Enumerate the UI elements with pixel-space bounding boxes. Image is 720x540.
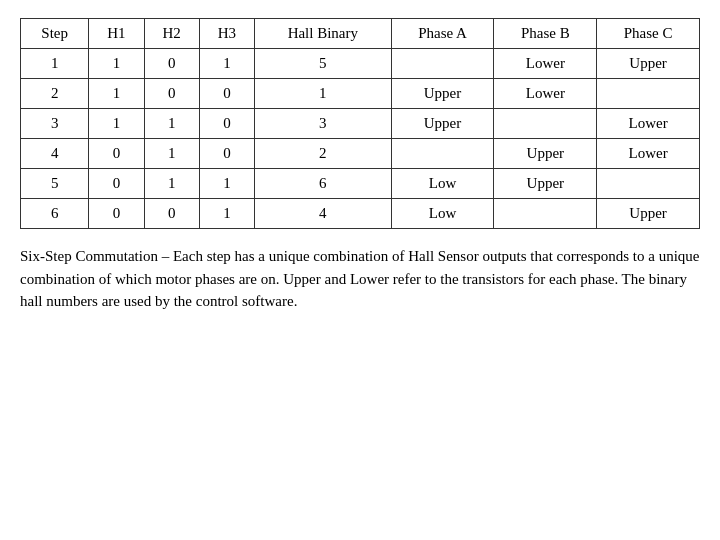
cell-phase_a: Upper — [391, 79, 494, 109]
col-header-h3: H3 — [199, 19, 254, 49]
col-header-hall-binary: Hall Binary — [255, 19, 392, 49]
commutation-table: Step H1 H2 H3 Hall Binary Phase A Phase … — [20, 18, 700, 229]
cell-h3: 0 — [199, 109, 254, 139]
cell-h2: 0 — [144, 79, 199, 109]
cell-h2: 0 — [144, 199, 199, 229]
cell-h2: 1 — [144, 139, 199, 169]
col-header-h1: H1 — [89, 19, 144, 49]
table-row: 11015LowerUpper — [21, 49, 700, 79]
cell-phase_b: Upper — [494, 139, 597, 169]
cell-phase_a: Upper — [391, 109, 494, 139]
cell-h3: 1 — [199, 169, 254, 199]
cell-phase_a — [391, 49, 494, 79]
col-header-phase-b: Phase B — [494, 19, 597, 49]
table-row: 60014LowUpper — [21, 199, 700, 229]
cell-step: 3 — [21, 109, 89, 139]
cell-phase_c — [597, 79, 700, 109]
cell-phase_b — [494, 109, 597, 139]
cell-hall_binary: 2 — [255, 139, 392, 169]
cell-hall_binary: 4 — [255, 199, 392, 229]
cell-phase_b: Lower — [494, 79, 597, 109]
cell-h2: 1 — [144, 109, 199, 139]
cell-phase_c — [597, 169, 700, 199]
cell-phase_c: Upper — [597, 49, 700, 79]
cell-hall_binary: 3 — [255, 109, 392, 139]
cell-phase_b: Upper — [494, 169, 597, 199]
cell-h1: 1 — [89, 49, 144, 79]
cell-h1: 1 — [89, 109, 144, 139]
cell-hall_binary: 6 — [255, 169, 392, 199]
cell-h3: 0 — [199, 79, 254, 109]
cell-h1: 0 — [89, 139, 144, 169]
commutation-table-wrapper: Step H1 H2 H3 Hall Binary Phase A Phase … — [20, 18, 700, 229]
cell-phase_b — [494, 199, 597, 229]
table-row: 40102UpperLower — [21, 139, 700, 169]
table-row: 31103UpperLower — [21, 109, 700, 139]
cell-h3: 1 — [199, 199, 254, 229]
cell-h3: 1 — [199, 49, 254, 79]
cell-h1: 0 — [89, 199, 144, 229]
cell-phase_c: Upper — [597, 199, 700, 229]
cell-phase_a: Low — [391, 169, 494, 199]
cell-step: 1 — [21, 49, 89, 79]
col-header-phase-a: Phase A — [391, 19, 494, 49]
cell-h3: 0 — [199, 139, 254, 169]
cell-step: 5 — [21, 169, 89, 199]
cell-phase_a — [391, 139, 494, 169]
cell-phase_a: Low — [391, 199, 494, 229]
cell-step: 2 — [21, 79, 89, 109]
cell-h2: 0 — [144, 49, 199, 79]
cell-h2: 1 — [144, 169, 199, 199]
cell-phase_c: Lower — [597, 139, 700, 169]
cell-step: 4 — [21, 139, 89, 169]
cell-step: 6 — [21, 199, 89, 229]
col-header-h2: H2 — [144, 19, 199, 49]
cell-phase_c: Lower — [597, 109, 700, 139]
table-row: 50116LowUpper — [21, 169, 700, 199]
table-row: 21001UpperLower — [21, 79, 700, 109]
cell-phase_b: Lower — [494, 49, 597, 79]
col-header-step: Step — [21, 19, 89, 49]
cell-h1: 1 — [89, 79, 144, 109]
caption-text: Six-Step Commutation – Each step has a u… — [20, 245, 700, 313]
cell-h1: 0 — [89, 169, 144, 199]
cell-hall_binary: 5 — [255, 49, 392, 79]
col-header-phase-c: Phase C — [597, 19, 700, 49]
cell-hall_binary: 1 — [255, 79, 392, 109]
